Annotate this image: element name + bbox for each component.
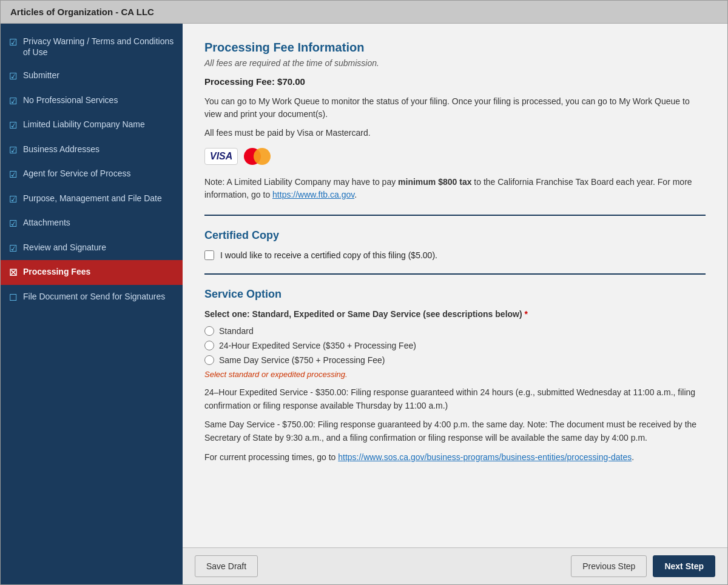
processing-fee-section: Processing Fee Information All fees are … [204, 41, 706, 201]
sidebar-item-label-agent-service: Agent for Service of Process [23, 168, 174, 179]
processing-fee-title: Processing Fee Information [204, 41, 706, 55]
sidebar-item-label-business-addresses: Business Addresses [23, 144, 174, 155]
sos-link[interactable]: https://www.sos.ca.gov/business-programs… [338, 452, 632, 462]
desc3-suffix: . [632, 452, 634, 462]
sidebar-item-icon-privacy: ☑ [9, 36, 17, 48]
mc-yellow-circle [254, 148, 271, 165]
fee-amount: Processing Fee: $70.00 [204, 76, 706, 87]
sidebar-item-icon-llc-name: ☑ [9, 119, 17, 132]
service-select-text: Select one: Standard, Expedited or Same … [204, 309, 522, 319]
sidebar-item-purpose[interactable]: ☑Purpose, Management and File Date [1, 187, 183, 212]
sidebar-item-processing-fees[interactable]: ☒Processing Fees [1, 260, 183, 285]
content-scroll: Processing Fee Information All fees are … [183, 24, 727, 547]
sidebar-item-privacy[interactable]: ☑Privacy Warning / Terms and Conditions … [1, 30, 183, 64]
sidebar-item-label-no-professional: No Professional Services [23, 95, 174, 105]
content-area: Processing Fee Information All fees are … [183, 24, 727, 584]
expedited-description: 24–Hour Expedited Service - $350.00: Fil… [204, 386, 706, 412]
sidebar-item-label-privacy: Privacy Warning / Terms and Conditions o… [23, 36, 174, 58]
note-bold: minimum $800 tax [398, 177, 471, 187]
required-star: * [525, 309, 528, 319]
note-text: Note: A Limited Liability Company may ha… [204, 176, 706, 201]
same-day-description: Same Day Service - $750.00: Filing respo… [204, 418, 706, 444]
body-text-2: All fees must be paid by Visa or Masterc… [204, 127, 706, 139]
sidebar-item-business-addresses[interactable]: ☑Business Addresses [1, 138, 183, 162]
sidebar-item-label-file-document: File Document or Send for Signatures [23, 291, 174, 302]
sidebar-item-icon-no-professional: ☑ [9, 95, 17, 107]
radio-standard: Standard [204, 326, 706, 336]
sidebar-item-llc-name[interactable]: ☑Limited Liability Company Name [1, 113, 183, 138]
divider-2 [204, 273, 706, 275]
visa-icon: VISA [204, 148, 238, 165]
validation-message: Select standard or expedited processing. [204, 370, 706, 379]
radio-expedited-label: 24-Hour Expedited Service ($350 + Proces… [219, 341, 416, 350]
sidebar-item-label-processing-fees: Processing Fees [23, 266, 174, 277]
ftb-link[interactable]: https://www.ftb.ca.gov [272, 190, 354, 199]
processing-fee-subtitle: All fees are required at the time of sub… [204, 58, 706, 68]
divider-1 [204, 215, 706, 216]
sidebar-item-icon-processing-fees: ☒ [9, 267, 17, 279]
body-text-1: You can go to My Work Queue to monitor t… [204, 95, 706, 121]
sidebar-item-icon-file-document: ☐ [9, 292, 17, 304]
title-bar: Articles of Organization - CA LLC [1, 1, 727, 24]
sidebar-item-submitter[interactable]: ☑Submitter [1, 64, 183, 89]
sidebar-item-no-professional[interactable]: ☑No Professional Services [1, 89, 183, 113]
sidebar-item-attachments[interactable]: ☑Attachments [1, 211, 183, 236]
footer-bar: Save Draft Previous Step Next Step [183, 547, 727, 584]
certified-copy-section: Certified Copy I would like to receive a… [204, 229, 706, 260]
sidebar-item-icon-purpose: ☑ [9, 193, 17, 206]
card-icons: VISA [204, 148, 706, 165]
app-title: Articles of Organization - CA LLC [10, 7, 154, 17]
sidebar-item-review[interactable]: ☑Review and Signature [1, 236, 183, 261]
sidebar-item-icon-attachments: ☑ [9, 218, 17, 230]
note-prefix: Note: A Limited Liability Company may ha… [204, 177, 398, 187]
main-area: ☑Privacy Warning / Terms and Conditions … [1, 24, 727, 584]
sidebar-item-label-review: Review and Signature [23, 242, 174, 253]
service-option-section: Service Option Select one: Standard, Exp… [204, 288, 706, 464]
note-period: . [354, 190, 357, 199]
footer-right: Previous Step Next Step [571, 555, 715, 577]
radio-expedited: 24-Hour Expedited Service ($350 + Proces… [204, 341, 706, 350]
mastercard-icon [244, 148, 271, 165]
sidebar-item-agent-service[interactable]: ☑Agent for Service of Process [1, 162, 183, 187]
sidebar-item-icon-business-addresses: ☑ [9, 144, 17, 156]
sidebar-item-label-attachments: Attachments [23, 217, 174, 228]
previous-step-button[interactable]: Previous Step [571, 555, 647, 577]
sidebar-item-file-document[interactable]: ☐File Document or Send for Signatures [1, 285, 183, 310]
sidebar-item-icon-submitter: ☑ [9, 70, 17, 82]
app-window: Articles of Organization - CA LLC ☑Priva… [0, 0, 728, 585]
radio-standard-label: Standard [219, 326, 254, 336]
sidebar-item-label-purpose: Purpose, Management and File Date [23, 193, 174, 204]
sidebar-item-label-llc-name: Limited Liability Company Name [23, 119, 174, 130]
radio-same-day-label: Same Day Service ($750 + Processing Fee) [219, 355, 385, 365]
sidebar: ☑Privacy Warning / Terms and Conditions … [1, 24, 183, 584]
save-draft-button[interactable]: Save Draft [195, 555, 258, 577]
radio-standard-input[interactable] [204, 326, 214, 336]
radio-same-day: Same Day Service ($750 + Processing Fee) [204, 355, 706, 365]
sidebar-item-label-submitter: Submitter [23, 70, 174, 81]
certified-copy-checkbox[interactable] [204, 250, 214, 260]
sidebar-item-icon-review: ☑ [9, 242, 17, 255]
processing-times-text: For current processing times, go to http… [204, 451, 706, 464]
radio-same-day-input[interactable] [204, 355, 214, 365]
certified-copy-label: I would like to receive a certified copy… [220, 250, 437, 260]
next-step-button[interactable]: Next Step [653, 555, 715, 577]
radio-expedited-input[interactable] [204, 341, 214, 350]
sidebar-item-icon-agent-service: ☑ [9, 169, 17, 181]
desc3-prefix: For current processing times, go to [204, 452, 338, 462]
service-select-label: Select one: Standard, Expedited or Same … [204, 309, 706, 319]
certified-copy-title: Certified Copy [204, 229, 706, 242]
service-option-title: Service Option [204, 288, 706, 301]
certified-copy-row: I would like to receive a certified copy… [204, 250, 706, 260]
